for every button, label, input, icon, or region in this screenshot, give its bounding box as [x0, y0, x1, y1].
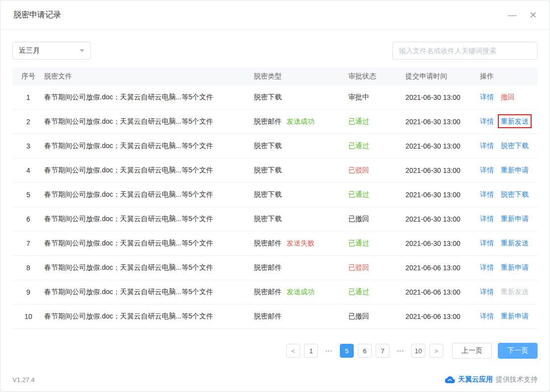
action-link[interactable]: 详情 — [480, 288, 494, 296]
actions-cell: 详情重新申请 — [480, 166, 538, 175]
approval-status: 已撤回 — [348, 312, 405, 321]
action-link[interactable]: 详情 — [480, 93, 494, 101]
action-link[interactable]: 详情 — [480, 117, 494, 125]
submit-time: 2021-06-30 13:00 — [405, 215, 480, 223]
send-status-label: 发送成功 — [287, 117, 314, 125]
tech-support: 天翼云应用 提供技术支持 — [444, 375, 538, 384]
cloud-icon — [444, 376, 455, 384]
decrypt-type-cell: 脱密下载 — [254, 190, 348, 199]
file-names: 春节期间公司放假.doc；天翼云自研云电脑...等5个文件 — [44, 166, 254, 175]
actions-cell: 详情重新发送 — [480, 117, 538, 126]
toolbar: 近三月 — [12, 42, 538, 60]
decrypt-type-label: 脱密下载 — [254, 166, 282, 174]
action-link[interactable]: 详情 — [480, 190, 494, 198]
brand-name: 天翼云应用 — [458, 375, 493, 384]
date-range-value: 近三月 — [19, 46, 40, 55]
date-range-select[interactable]: 近三月 — [12, 42, 91, 60]
approval-status: 已通过 — [348, 288, 405, 297]
decrypt-type-label: 脱密下载 — [254, 190, 282, 198]
file-names: 春节期间公司放假.doc；天翼云自研云电脑...等5个文件 — [44, 263, 254, 272]
close-icon[interactable]: × — [530, 9, 537, 21]
submit-time: 2021-06-06 13:00 — [405, 264, 480, 272]
row-index: 4 — [12, 166, 44, 174]
table-row: 2春节期间公司放假.doc；天翼云自研云电脑...等5个文件脱密邮件发送成功已通… — [12, 110, 538, 134]
page-button[interactable]: 10 — [411, 344, 425, 358]
decrypt-type-cell: 脱密下载 — [254, 93, 348, 102]
decrypt-type-label: 脱密邮件 — [254, 117, 282, 125]
action-link[interactable]: 详情 — [480, 312, 494, 320]
action-link[interactable]: 重新申请 — [501, 263, 529, 271]
decrypt-type-label: 脱密邮件 — [254, 288, 282, 296]
action-link[interactable]: 撤回 — [501, 93, 515, 101]
action-link[interactable]: 重新发送 — [501, 239, 529, 247]
dialog-content: 近三月 序号脱密文件脱密类型审批状态提交申请时间操作 1春节期间公司放假.doc… — [0, 30, 550, 371]
table-row: 8春节期间公司放假.doc；天翼云自研云电脑...等5个文件脱密邮件已驳回202… — [12, 256, 538, 280]
action-link[interactable]: 脱密下载 — [501, 142, 529, 150]
row-index: 8 — [12, 264, 44, 272]
page-button[interactable]: 7 — [376, 344, 390, 358]
footer: V1.27.4 天翼云应用 提供技术支持 — [0, 368, 550, 392]
pagination-ellipsis: ••• — [322, 344, 336, 358]
table-row: 5春节期间公司放假.doc；天翼云自研云电脑...等5个文件脱密下载已通过202… — [12, 183, 538, 207]
chevron-down-icon — [79, 49, 84, 52]
action-link[interactable]: 详情 — [480, 215, 494, 223]
page-button[interactable]: 1 — [304, 344, 318, 358]
decrypt-type-cell: 脱密下载 — [254, 142, 348, 151]
decrypt-type-label: 脱密邮件 — [254, 239, 282, 247]
decrypt-type-cell: 脱密邮件发送成功 — [254, 117, 348, 126]
file-names: 春节期间公司放假.doc；天翼云自研云电脑...等5个文件 — [44, 239, 254, 248]
window-title: 脱密申请记录 — [13, 10, 61, 20]
action-link[interactable]: 详情 — [480, 263, 494, 271]
action-link[interactable]: 详情 — [480, 239, 494, 247]
submit-time: 2021-06-30 13:00 — [405, 166, 480, 174]
actions-cell: 详情脱密下载 — [480, 190, 538, 199]
row-index: 7 — [12, 239, 44, 247]
approval-status: 已撤回 — [348, 215, 405, 224]
submit-time: 2021-06-30 13:00 — [405, 239, 480, 247]
column-header: 脱密类型 — [254, 72, 348, 81]
actions-cell: 详情重新发送 — [480, 288, 538, 297]
table-row: 7春节期间公司放假.doc；天翼云自研云电脑...等5个文件脱密邮件发送失败已通… — [12, 232, 538, 256]
decrypt-type-cell: 脱密下载 — [254, 215, 348, 224]
next-arrow-icon[interactable]: > — [429, 344, 443, 358]
search-input[interactable] — [393, 42, 538, 60]
table-row: 6春节期间公司放假.doc；天翼云自研云电脑...等5个文件脱密下载已撤回202… — [12, 207, 538, 232]
submit-time: 2021-06-30 13:00 — [405, 118, 480, 126]
table-body: 1春节期间公司放假.doc；天翼云自研云电脑...等5个文件脱密下载审批中202… — [12, 85, 538, 329]
column-header: 审批状态 — [348, 72, 405, 81]
action-link[interactable]: 详情 — [480, 166, 494, 174]
action-link[interactable]: 重新发送 — [501, 288, 529, 296]
approval-status: 已驳回 — [348, 263, 405, 272]
row-index: 10 — [12, 313, 44, 320]
action-link[interactable]: 重新发送 — [501, 117, 529, 125]
action-link[interactable]: 重新申请 — [501, 215, 529, 223]
decrypt-type-cell: 脱密邮件 — [254, 263, 348, 272]
row-index: 9 — [12, 288, 44, 296]
table-header-row: 序号脱密文件脱密类型审批状态提交申请时间操作 — [12, 68, 538, 85]
prev-page-button[interactable]: 上一页 — [452, 343, 492, 359]
submit-time: 2021-06-30 13:00 — [405, 142, 480, 150]
next-page-button[interactable]: 下一页 — [498, 343, 538, 359]
file-names: 春节期间公司放假.doc；天翼云自研云电脑...等5个文件 — [44, 93, 254, 102]
prev-arrow-icon[interactable]: < — [286, 344, 300, 358]
version-label: V1.27.4 — [12, 376, 35, 384]
action-link[interactable]: 重新申请 — [501, 312, 529, 320]
decrypt-type-label: 脱密下载 — [254, 215, 282, 223]
decrypt-type-cell: 脱密邮件 — [254, 312, 348, 321]
page-button[interactable]: 5 — [340, 344, 354, 358]
file-names: 春节期间公司放假.doc；天翼云自研云电脑...等5个文件 — [44, 288, 254, 297]
row-index: 5 — [12, 191, 44, 199]
decrypt-type-label: 脱密下载 — [254, 93, 282, 101]
table-row: 9春节期间公司放假.doc；天翼云自研云电脑...等5个文件脱密邮件发送成功已通… — [12, 280, 538, 305]
action-link[interactable]: 重新申请 — [501, 166, 529, 174]
approval-status: 审批中 — [348, 93, 405, 102]
page-button[interactable]: 6 — [358, 344, 372, 358]
submit-time: 2021-06-30 13:00 — [405, 93, 480, 101]
file-names: 春节期间公司放假.doc；天翼云自研云电脑...等5个文件 — [44, 117, 254, 126]
approval-status: 已通过 — [348, 239, 405, 248]
submit-time: 2021-06-06 13:00 — [405, 288, 480, 296]
decrypt-type-cell: 脱密邮件发送成功 — [254, 288, 348, 297]
action-link[interactable]: 脱密下载 — [501, 190, 529, 198]
action-link[interactable]: 详情 — [480, 142, 494, 150]
minimize-icon[interactable]: — — [508, 10, 517, 19]
